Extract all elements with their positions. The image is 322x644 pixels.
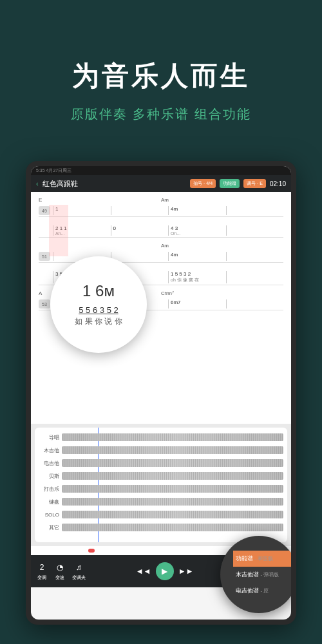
zoom-notation-2: 5 5 6 3 5 2 bbox=[79, 305, 118, 315]
popup-item[interactable]: 电吉他谱 - 原 bbox=[233, 583, 291, 599]
track-label: 导唱 bbox=[39, 434, 62, 441]
capo-control[interactable]: ♬ 变调夹 bbox=[72, 562, 86, 581]
track-row[interactable]: 其它 bbox=[39, 522, 283, 533]
waveform[interactable] bbox=[62, 459, 283, 467]
track-row[interactable]: 打击乐 bbox=[39, 483, 283, 495]
play-button[interactable]: ▶ bbox=[156, 562, 174, 580]
track-panel: 导唱木吉他电吉他贝斯打击乐键盘SOLO其它 bbox=[31, 424, 291, 546]
capo-icon: ♬ bbox=[73, 562, 85, 573]
waveform[interactable] bbox=[62, 472, 283, 480]
track-label: SOLO bbox=[39, 512, 62, 518]
zoom-lyrics: 如 果 你 说 你 bbox=[75, 316, 122, 327]
track-label: 打击乐 bbox=[39, 486, 62, 493]
waveform[interactable] bbox=[62, 511, 283, 518]
tablet-frame: 5:35 4月27日周三 ‹ 红色高跟鞋 拍号 - 4/4 功能谱 调号 - E… bbox=[26, 161, 296, 625]
track-row[interactable]: 电吉他 bbox=[39, 457, 283, 469]
next-button[interactable]: ►► bbox=[180, 565, 192, 577]
zoom-notation-1: 1 6м bbox=[82, 282, 115, 300]
waveform[interactable] bbox=[62, 524, 283, 531]
duration: 02:10 bbox=[270, 180, 286, 187]
track-label: 木吉他 bbox=[39, 447, 62, 454]
scrub-handle[interactable] bbox=[88, 549, 95, 553]
popup-item[interactable]: 木吉他谱 - 弹唱版 bbox=[233, 567, 291, 583]
score-popup: 功能谱 - 和弦版木吉他谱 - 弹唱版电吉他谱 - 原 bbox=[220, 536, 291, 613]
track-label: 贝斯 bbox=[39, 473, 62, 480]
waveform[interactable] bbox=[62, 498, 283, 506]
waveform[interactable] bbox=[62, 485, 283, 493]
back-button[interactable]: ‹ bbox=[36, 180, 39, 187]
playback-highlight bbox=[49, 205, 68, 256]
screen: 5:35 4月27日周三 ‹ 红色高跟鞋 拍号 - 4/4 功能谱 调号 - E… bbox=[31, 166, 291, 620]
hero-title: 为音乐人而生 bbox=[0, 58, 322, 94]
gauge-icon: ◔ bbox=[54, 562, 66, 573]
track-label: 电吉他 bbox=[39, 460, 62, 467]
speed-control[interactable]: ◔ 变速 bbox=[54, 562, 66, 581]
badge-score-type[interactable]: 功能谱 bbox=[220, 179, 240, 188]
hero-subtitle: 原版伴奏 多种乐谱 组合功能 bbox=[0, 106, 322, 123]
app-header: ‹ 红色高跟鞋 拍号 - 4/4 功能谱 调号 - E 02:10 bbox=[31, 175, 291, 192]
zoom-lens: 1 6м 5 5 6 3 5 2 如 果 你 说 你 bbox=[50, 256, 147, 353]
track-label: 键盘 bbox=[39, 498, 62, 506]
prev-button[interactable]: ◄◄ bbox=[138, 565, 149, 577]
popup-item[interactable]: 功能谱 - 和弦版 bbox=[233, 551, 291, 567]
song-title: 红色高跟鞋 bbox=[43, 179, 186, 189]
badge-time-sig[interactable]: 拍号 - 4/4 bbox=[190, 179, 216, 188]
track-row[interactable]: 导唱 bbox=[39, 431, 283, 443]
waveform[interactable] bbox=[62, 446, 283, 454]
track-row[interactable]: 木吉他 bbox=[39, 444, 283, 456]
sheet-music[interactable]: EAm4914m2 1 1Ah...04 3Oh...Am514m3 5·0 1… bbox=[31, 192, 291, 424]
transpose-control[interactable]: 2 变调 bbox=[36, 562, 48, 581]
track-label: 其它 bbox=[39, 524, 62, 531]
statusbar: 5:35 4月27日周三 bbox=[31, 166, 291, 175]
waveform[interactable] bbox=[62, 433, 283, 441]
badge-key[interactable]: 调号 - E bbox=[243, 179, 266, 188]
track-row[interactable]: SOLO bbox=[39, 509, 283, 520]
track-row[interactable]: 键盘 bbox=[39, 496, 283, 507]
track-row[interactable]: 贝斯 bbox=[39, 470, 283, 482]
